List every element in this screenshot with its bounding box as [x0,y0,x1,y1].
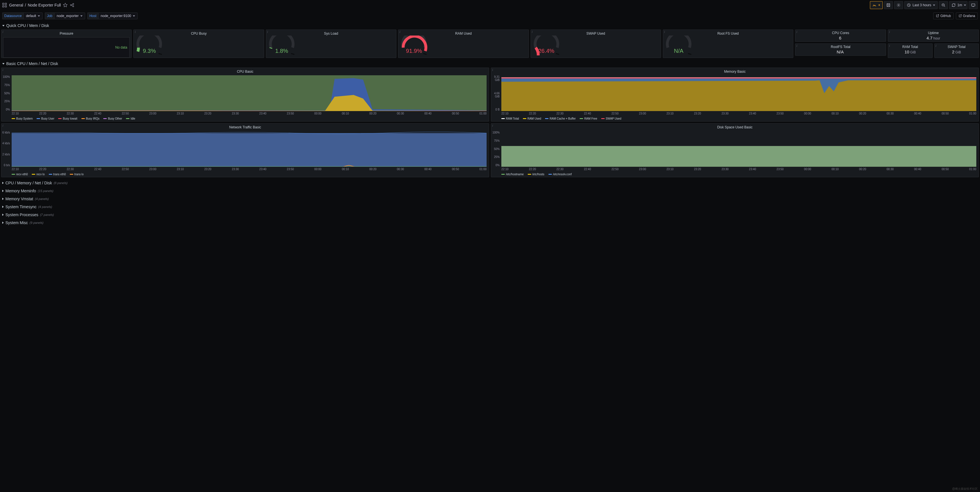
row-basic-header[interactable]: Basic CPU / Mem / Net / Disk [0,60,980,68]
info-icon[interactable]: i [889,30,890,34]
info-icon[interactable]: i [936,44,936,48]
var-host-select[interactable]: node_exporter:9100 [98,13,138,19]
tv-mode-button[interactable] [969,1,978,9]
info-icon[interactable]: i [3,69,3,72]
info-icon[interactable]: i [532,30,533,34]
legend-item[interactable]: /etc/resolv.conf [549,173,572,176]
info-icon[interactable]: i [796,30,797,34]
info-icon[interactable]: i [3,124,3,127]
chevron-down-icon [933,5,935,6]
x-axis: 22:1022:2022:3022:4022:5023:0023:1023:20… [501,168,976,171]
time-range-picker[interactable]: Last 3 hours [904,1,938,9]
breadcrumb-title[interactable]: Node Exporter Full [28,3,61,7]
panel-ram-used[interactable]: iRAM Used91.9% [398,30,528,58]
info-icon[interactable]: i [796,44,797,48]
legend-item[interactable]: RAM Total [501,117,519,120]
row-collapsed-header[interactable]: System Timesync (4 panels) [0,203,980,211]
legend-item[interactable]: Busy System [12,117,33,120]
legend-item[interactable]: recv lo [32,173,45,176]
row-quick-header[interactable]: Quick CPU / Mem / Disk [0,22,980,30]
x-axis: 22:1022:2022:3022:4022:5023:0023:1023:20… [12,168,487,171]
share-icon[interactable] [70,3,74,7]
row-collapsed-header[interactable]: Memory Meminfo (15 panels) [0,187,980,195]
info-icon[interactable]: i [267,30,268,34]
var-datasource-select[interactable]: default [23,13,43,19]
y-axis: 100%75%50%25%0% [2,75,11,111]
row-collapsed-header[interactable]: System Misc (9 panels) [0,219,980,227]
panel-network-basic[interactable]: i Network Traffic Basic 6 kb/s4 kb/s2 kb… [1,123,489,177]
panel-cpu-basic[interactable]: i CPU Basic 100%75%50%25%0% 22:1022:2022… [1,68,489,121]
no-data: No data [3,37,130,58]
stat-cpu-cores[interactable]: iCPU Cores6 [795,30,886,42]
info-icon[interactable]: i [3,30,3,34]
svg-rect-0 [3,3,4,5]
legend-item[interactable]: /etc/hosts [528,173,544,176]
svg-point-8 [898,5,899,6]
chart-legend: Busy SystemBusy UserBusy IowaitBusy IRQs… [12,117,487,120]
refresh-button[interactable]: 1m [949,1,967,9]
legend-item[interactable]: Busy IRQs [81,117,100,120]
legend-item[interactable]: RAM Free [580,117,597,120]
add-panel-button[interactable]: + [870,1,883,9]
panel-pressure[interactable]: i Pressure No data [1,30,132,58]
settings-button[interactable] [894,1,903,9]
chart-plot[interactable] [501,131,976,167]
svg-rect-28 [501,146,976,167]
chart-plot[interactable] [501,75,976,111]
dashboard-grid-icon[interactable] [2,3,7,7]
breadcrumb-folder[interactable]: General [9,3,23,7]
star-icon[interactable] [63,3,68,7]
legend-item[interactable]: RAM Used [523,117,541,120]
panel-disk-basic[interactable]: i Disk Space Used Basic 100%75%50%25%0% … [491,123,979,177]
svg-rect-11 [972,4,975,6]
legend-item[interactable]: SWAP Used [601,117,621,120]
stat-swap-total[interactable]: iSWAP Total2GiB [934,43,979,58]
legend-item[interactable]: recv eth0 [12,173,28,176]
var-job-select[interactable]: node_exporter [54,13,85,19]
panel-cpu-busy[interactable]: iCPU Busy9.3% [134,30,264,58]
legend-item[interactable]: Busy Other [103,117,122,120]
info-icon[interactable]: i [492,124,493,127]
svg-point-4 [70,5,72,6]
info-icon[interactable]: i [135,30,135,34]
stat-uptime[interactable]: iUptime4.7hour [888,30,979,42]
chart-plot[interactable] [12,75,487,111]
legend-item[interactable]: RAM Cache + Buffer [545,117,576,120]
panel-rootfs-used[interactable]: iRoot FS UsedN/A [663,30,793,58]
panel-swap-used[interactable]: iSWAP Used26.4% [531,30,661,58]
panel-sys-load[interactable]: iSys Load1.8% [266,30,396,58]
chart-plot[interactable] [12,131,487,167]
svg-rect-24 [501,78,976,79]
row-collapsed-header[interactable]: System Processes (7 panels) [0,211,980,219]
svg-rect-2 [3,6,4,7]
breadcrumb: General / Node Exporter Full [9,3,61,7]
panel-memory-basic[interactable]: i Memory Basic 9.31 GiB4.66 GiB0 B 22:10… [491,68,979,121]
save-button[interactable] [884,1,893,9]
info-icon[interactable]: i [664,30,665,34]
stat-ram-total[interactable]: iRAM Total10GiB [888,43,932,58]
info-icon[interactable]: i [889,44,890,48]
top-toolbar: General / Node Exporter Full + Last 3 ho… [0,0,980,10]
chart-legend: RAM TotalRAM UsedRAM Cache + BufferRAM F… [501,117,976,120]
y-axis: 9.31 GiB4.66 GiB0 B [491,75,501,111]
stat-rootfs-total[interactable]: iRootFS TotalN/A [795,43,886,56]
zoom-out-button[interactable] [939,1,948,9]
svg-rect-3 [5,6,6,7]
svg-rect-1 [5,3,6,5]
info-icon[interactable]: i [492,69,493,72]
row-collapsed-header[interactable]: CPU / Memory / Net / Disk (8 panels) [0,179,980,187]
legend-item[interactable]: Busy Iowait [58,117,77,120]
legend-item[interactable]: trans eth0 [49,173,66,176]
info-icon[interactable]: i [399,30,400,34]
link-github[interactable]: GitHub [933,13,953,19]
chart-legend: recv eth0recv lotrans eth0trans lo [12,173,487,176]
legend-item[interactable]: /etc/hostname [501,173,524,176]
svg-rect-26 [12,133,487,167]
legend-item[interactable]: Idle [126,117,135,120]
var-job-label: Job [45,13,54,19]
legend-item[interactable]: Busy User [37,117,54,120]
x-axis: 22:1022:2022:3022:4022:5023:0023:1023:20… [12,112,487,115]
link-grafana[interactable]: Grafana [956,13,978,19]
legend-item[interactable]: trans lo [70,173,84,176]
row-collapsed-header[interactable]: Memory Vmstat (4 panels) [0,195,980,203]
